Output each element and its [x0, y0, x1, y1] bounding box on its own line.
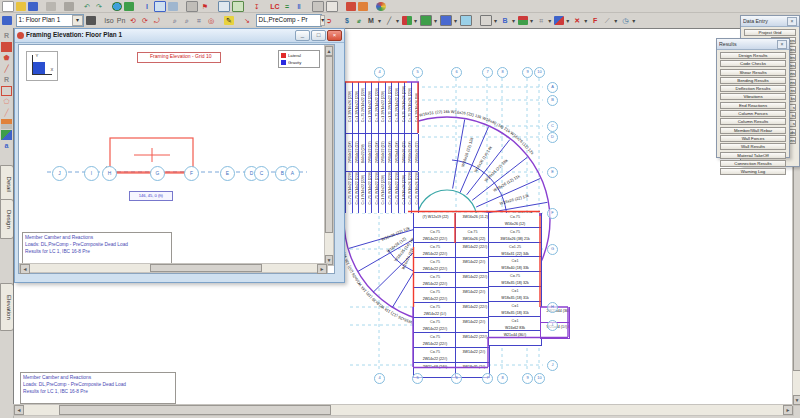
maximize-button[interactable]: □	[311, 30, 326, 41]
grid-bubble[interactable]: 4	[374, 373, 385, 384]
info-line: Results for LC 1, IBC 16-8 Pre	[25, 249, 140, 255]
elevation-view-canvas[interactable]: Y X Framing Elevation - Grid 10 Lateral …	[18, 44, 335, 274]
info-line: Loads: DL,PreComp - PreComposite Dead Lo…	[25, 242, 140, 248]
data-entry-button[interactable]: Project Grid	[744, 29, 796, 36]
grid-bubble[interactable]: E	[547, 167, 558, 178]
results-button[interactable]: Code Checks	[720, 60, 786, 67]
risafloor-app: { "toolbar": { "view_combo": "1: Floor P…	[0, 0, 800, 418]
results-button[interactable]: Bending Results	[720, 77, 786, 84]
info-line: Member Camber and Reactions	[23, 375, 143, 381]
results-title-bar[interactable]: Results ×	[717, 39, 789, 50]
panel-title: Data Entry	[743, 18, 768, 23]
grid-bubble[interactable]: A	[547, 82, 558, 93]
window-hscrollbar[interactable]: ◄ ►	[19, 263, 328, 273]
results-button[interactable]: Wall Forces	[720, 135, 786, 142]
results-button[interactable]: Column Results	[720, 118, 786, 125]
grid-bubble[interactable]: 6	[451, 373, 462, 384]
info-line: Loads: DL,PreComp - PreComposite Dead Lo…	[23, 382, 143, 388]
grid-bubble[interactable]: 8	[497, 373, 508, 384]
results-button[interactable]: Design Results	[720, 52, 786, 59]
grid-bubble[interactable]: 7	[482, 373, 493, 384]
close-icon[interactable]: ×	[787, 17, 797, 26]
results-button[interactable]: Vibrations	[720, 93, 786, 100]
window-title-bar[interactable]: Framing Elevation: Floor Plan 1 _ □ ×	[15, 29, 344, 43]
grid-bubble[interactable]: B	[547, 95, 558, 106]
coordinate-readout: 146, 45, 0 (ft)	[129, 191, 173, 201]
minimize-button[interactable]: _	[295, 30, 310, 41]
info-line: Results for LC 1, IBC 16-8 Pre	[23, 389, 143, 395]
results-button[interactable]: Material TakeOff	[720, 152, 786, 159]
framing-elevation-window[interactable]: Framing Elevation: Floor Plan 1 _ □ × Y …	[14, 28, 345, 283]
info-line: Member Camber and Reactions	[25, 235, 140, 241]
grid-bubble[interactable]: 10	[534, 373, 545, 384]
results-button[interactable]: Warning Log	[720, 168, 786, 175]
results-button[interactable]: Column Forces	[720, 110, 786, 117]
grid-bubble[interactable]: G	[547, 244, 558, 255]
window-info-box: Member Camber and Reactions Loads: DL,Pr…	[22, 232, 172, 264]
grid-bubble[interactable]: E	[220, 166, 235, 181]
panel-title: Results	[719, 41, 737, 46]
results-button[interactable]: Shear Results	[720, 69, 786, 76]
results-button[interactable]: End Reactions	[720, 102, 786, 109]
window-vscrollbar[interactable]: ▲ ▼	[324, 45, 334, 266]
data-entry-title-bar[interactable]: Data Entry ×	[741, 16, 799, 27]
grid-bubble[interactable]: 8	[497, 67, 508, 78]
grid-bubble[interactable]: 6	[451, 67, 462, 78]
grid-bubble[interactable]: I	[547, 320, 558, 331]
results-panel[interactable]: Results × Design ResultsCode ChecksShear…	[716, 38, 790, 158]
elevation-drawing	[19, 45, 334, 245]
grid-bubble[interactable]: J	[547, 360, 558, 371]
results-buttons: Design ResultsCode ChecksShear ResultsBe…	[717, 50, 789, 175]
grid-bubble[interactable]: 9	[522, 373, 533, 384]
grid-bubble[interactable]: H	[102, 166, 117, 181]
grid-bubble[interactable]: 4	[374, 67, 385, 78]
grid-bubble[interactable]: C	[547, 121, 558, 132]
canvas-hscrollbar[interactable]: ◄ ►	[13, 404, 794, 416]
close-icon[interactable]: ×	[777, 40, 787, 49]
grid-bubble[interactable]: C	[254, 166, 269, 181]
grid-bubble[interactable]: 7	[482, 67, 493, 78]
grid-bubble[interactable]: 9	[522, 67, 533, 78]
grid-bubble[interactable]: G	[150, 166, 165, 181]
grid-bubble[interactable]: D	[547, 132, 558, 143]
grid-bubble[interactable]: F	[547, 208, 558, 219]
window-icon	[17, 32, 24, 39]
window-title: Framing Elevation: Floor Plan 1	[26, 32, 122, 39]
grid-bubble[interactable]: 5	[412, 67, 423, 78]
grid-bubble[interactable]: F	[184, 166, 199, 181]
grid-bubble[interactable]: 10	[534, 67, 545, 78]
grid-bubble[interactable]: H	[547, 302, 558, 313]
results-button[interactable]: Wall Results	[720, 143, 786, 150]
grid-bubble[interactable]: I	[84, 166, 99, 181]
grid-bubble[interactable]: 5	[412, 373, 423, 384]
results-button[interactable]: Deflection Results	[720, 85, 786, 92]
grid-bubble[interactable]: A	[285, 166, 300, 181]
grid-bubble[interactable]: J	[52, 166, 67, 181]
close-button[interactable]: ×	[327, 30, 342, 41]
canvas-info-box: Member Camber and Reactions Loads: DL,Pr…	[20, 372, 176, 404]
results-button[interactable]: Connection Results	[720, 160, 786, 167]
results-button[interactable]: Member/Wall Rebar	[720, 127, 786, 134]
